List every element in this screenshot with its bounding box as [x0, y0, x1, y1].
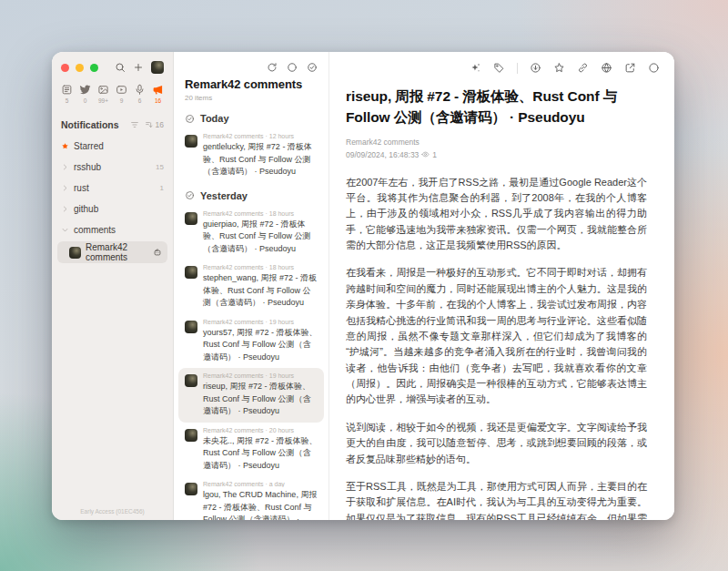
date-group-header: Today [178, 106, 324, 128]
refresh-icon[interactable] [267, 62, 278, 73]
feed-title: Remark42 comments [185, 77, 318, 91]
sidebar-item-label: comments [74, 225, 116, 235]
video-icon [116, 84, 127, 96]
image-icon [97, 84, 109, 96]
globe-icon[interactable] [601, 62, 612, 74]
sidebar-item-label: rsshub [74, 162, 101, 172]
chevron-right-icon [61, 205, 69, 213]
view-tab-pictures[interactable]: 99+ [97, 84, 109, 104]
megaphone-icon [152, 84, 164, 96]
sidebar-item-comments[interactable]: comments [52, 219, 173, 240]
list-entry[interactable]: Remark42 comments · 18 hoursstephen_wang… [178, 260, 324, 314]
chevron-down-icon [61, 226, 69, 234]
bot-badge-icon [153, 248, 162, 257]
close-window-button[interactable] [61, 64, 69, 72]
minimize-window-button[interactable] [76, 64, 84, 72]
chevron-right-icon [61, 163, 69, 171]
list-entry[interactable]: Remark42 comments · 20 hours未央花.., 周报 #7… [178, 423, 324, 477]
check-circle-icon[interactable] [307, 62, 318, 73]
star-icon[interactable] [553, 62, 565, 74]
feed-tree: Starredrsshub15rust1githubcomments [52, 136, 173, 240]
view-unread-count: 6 [138, 97, 142, 104]
user-avatar[interactable] [151, 61, 164, 74]
view-unread-count: 16 [155, 97, 161, 104]
entry-meta: Remark42 comments · 19 hours [203, 319, 318, 325]
window-controls [61, 64, 98, 72]
list-entry[interactable]: Remark42 comments · 12 hoursgentlelucky,… [178, 128, 324, 183]
unread-count: 1 [160, 184, 164, 192]
view-tab-articles[interactable]: 5 [61, 84, 73, 104]
entry-title: riseup, 周报 #72 - 滑板体验、Rust Conf 与 Follow… [203, 381, 318, 418]
search-icon[interactable] [115, 62, 126, 73]
sidebar-item-label: rust [74, 183, 89, 193]
article-paragraph: 在我看来，周报是一种极好的互动形式。它不同于即时对话，却拥有跨越时间和空间的魔力… [346, 265, 647, 407]
article-date: 09/09/2024, 16:48:33 [346, 150, 419, 159]
entry-meta: Remark42 comments · 20 hours [203, 427, 318, 433]
check-circle-icon[interactable] [185, 114, 195, 124]
view-unread-count: 9 [120, 97, 124, 104]
eye-icon [421, 150, 430, 158]
sidebar-item-github[interactable]: github [52, 199, 173, 219]
toolbar-divider [517, 63, 518, 74]
item-count-label: 20 items [185, 94, 318, 102]
circle-icon[interactable] [648, 62, 660, 74]
sidebar-item-starred[interactable]: Starred [52, 136, 173, 157]
sidebar-item-remark42-comments[interactable]: Remark42 comments [57, 241, 167, 263]
entry-avatar [185, 429, 197, 442]
sidebar-section-header: Notifications 16 [52, 111, 173, 136]
view-tab-notifications[interactable]: 16 [152, 84, 164, 104]
view-tab-audio[interactable]: 6 [134, 84, 146, 104]
date-group-header: Yesterday [178, 183, 324, 206]
article-toolbar [329, 52, 674, 74]
entry-avatar [185, 212, 197, 225]
sidebar-item-rust[interactable]: rust1 [52, 178, 173, 199]
arrow-down-circle-icon[interactable] [530, 62, 541, 74]
date-group-label: Today [200, 113, 229, 124]
entry-meta: Remark42 comments · a day [203, 481, 318, 487]
group-icon[interactable] [130, 120, 139, 129]
add-subscription-icon[interactable] [133, 62, 144, 73]
feed-avatar [69, 247, 81, 259]
chevron-right-icon [61, 184, 69, 192]
mic-icon [134, 84, 146, 96]
circle-icon[interactable] [287, 62, 298, 73]
sidebar: 5099+9616 Notifications 16 Starredrsshub… [52, 52, 174, 520]
entry-body: Remark42 comments · 19 hoursyours57, 周报 … [203, 319, 318, 364]
entry-title: stephen_wang, 周报 #72 - 滑板体验、Rust Conf 与 … [203, 272, 318, 310]
article-paragraph: 在2007年左右，我开启了RSS之路，最初是通过Google Reader这个平… [346, 175, 647, 254]
translate-tag-icon[interactable] [493, 62, 505, 74]
sidebar-item-rsshub[interactable]: rsshub15 [52, 157, 173, 178]
article-feed-name: Remark42 comments [346, 138, 647, 147]
notifications-section-title: Notifications [61, 119, 119, 130]
entry-body: Remark42 comments · 18 hoursguierpiao, 周… [203, 210, 318, 256]
entry-body: Remark42 comments · 19 hoursriseup, 周报 #… [203, 372, 318, 418]
entry-avatar [185, 266, 197, 279]
article-view-count: 1 [432, 150, 437, 159]
ai-sparkle-icon[interactable] [470, 62, 481, 74]
entry-body: Remark42 comments · a daylgou, The CRUD … [203, 481, 318, 520]
view-tab-social-media[interactable]: 0 [79, 84, 91, 104]
external-link-icon[interactable] [624, 62, 636, 74]
entry-title: yours57, 周报 #72 - 滑板体验、Rust Conf 与 Follo… [203, 327, 318, 364]
feed-label: Remark42 comments [86, 242, 148, 262]
date-group-label: Yesterday [200, 190, 248, 201]
view-switcher: 5099+9616 [52, 77, 173, 111]
sort-icon[interactable] [145, 120, 154, 129]
list-entry[interactable]: Remark42 comments · a daylgou, The CRUD … [178, 476, 324, 520]
view-tab-videos[interactable]: 9 [116, 84, 127, 104]
list-entry[interactable]: Remark42 comments · 19 hoursyours57, 周报 … [178, 314, 324, 369]
list-entry[interactable]: Remark42 comments · 19 hoursriseup, 周报 #… [178, 368, 324, 423]
view-unread-count: 0 [84, 97, 87, 104]
entry-meta: Remark42 comments · 12 hours [203, 133, 318, 139]
entry-title: 未央花.., 周报 #72 - 滑板体验、Rust Conf 与 Follow … [203, 435, 318, 473]
entry-avatar [185, 374, 197, 387]
article-paragraph: 说到阅读，相较于如今的视频，我还是更偏爱文字。文字阅读给予我更大的自由度，我可以… [346, 420, 647, 467]
check-circle-icon[interactable] [185, 190, 195, 200]
entry-avatar [185, 483, 197, 495]
view-unread-count: 5 [66, 97, 69, 104]
link-icon[interactable] [577, 62, 589, 74]
entry-avatar [185, 321, 197, 333]
list-entry[interactable]: Remark42 comments · 18 hoursguierpiao, 周… [178, 206, 324, 260]
fullscreen-window-button[interactable] [90, 64, 98, 72]
entry-title: gentlelucky, 周报 #72 - 滑板体验、Rust Conf 与 F… [203, 141, 318, 178]
